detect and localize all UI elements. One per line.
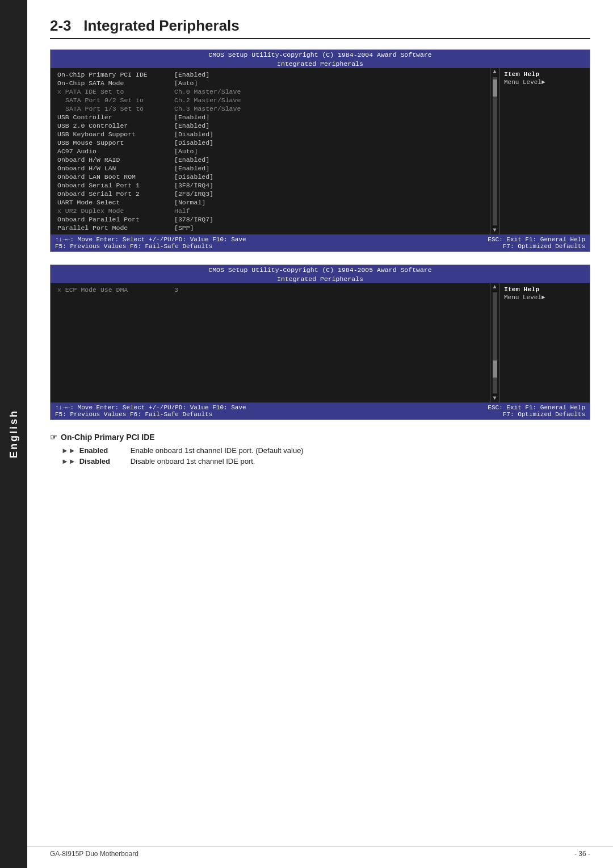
desc-key-enabled: Enabled [79, 446, 131, 455]
cmos-main-2: x ECP Mode Use DMA 3 [51, 283, 490, 402]
table-row[interactable]: USB Keyboard Support [Disabled] [55, 130, 485, 139]
row-value: 3 [174, 286, 485, 293]
cmos-body-2: x ECP Mode Use DMA 3 ▲ ▼ Item Help Menu … [51, 283, 590, 402]
help-panel-1: Item Help Menu Level► [499, 68, 590, 234]
footer-page: - 36 - [574, 850, 590, 858]
row-label: Parallel Port Mode [55, 224, 174, 232]
row-label: USB Mouse Support [55, 139, 174, 146]
row-value: [Normal] [174, 199, 485, 206]
row-label: On-Chip Primary PCI IDE [55, 71, 174, 78]
row-label: SATA Port 0/2 Set to [55, 97, 174, 104]
cmos-subtitle-2: Integrated Peripherals [51, 275, 590, 283]
table-row[interactable]: Onboard LAN Boot ROM [Disabled] [55, 173, 485, 181]
description-section: ☞ On-Chip Primary PCI IDE ►► Enabled Ena… [50, 433, 590, 466]
desc-heading-icon: ☞ [50, 433, 57, 442]
row-value: [Enabled] [174, 114, 485, 121]
table-row[interactable]: USB Mouse Support [Disabled] [55, 139, 485, 147]
table-row[interactable]: On-Chip Primary PCI IDE [Enabled] [55, 70, 485, 79]
desc-arrow-icon-2: ►► [61, 457, 76, 466]
row-value: [378/IRQ7] [174, 216, 485, 223]
row-label: SATA Port 1/3 Set to [55, 105, 174, 112]
scrollbar-1[interactable]: ▲ ▼ [490, 68, 499, 234]
row-value: [Auto] [174, 79, 485, 87]
row-value: [Enabled] [174, 156, 485, 163]
row-label: Onboard LAN Boot ROM [55, 173, 174, 181]
table-row[interactable]: On-Chip SATA Mode [Auto] [55, 79, 485, 87]
row-value: [Disabled] [174, 131, 485, 138]
row-value: Ch.0 Master/Slave [174, 88, 485, 95]
row-value: [Enabled] [174, 165, 485, 172]
footer-right-2: ESC: Exit F1: General Help F7: Optimized… [488, 404, 585, 418]
scroll-down-arrow[interactable]: ▼ [493, 227, 496, 234]
cmos-footer-1: ↑↓→←: Move Enter: Select +/-/PU/PD: Valu… [51, 234, 590, 251]
sidebar-label: English [8, 409, 20, 458]
row-value: Ch.2 Master/Slave [174, 97, 485, 104]
row-value: [2F8/IRQ3] [174, 190, 485, 198]
table-row[interactable]: Onboard Serial Port 1 [3F8/IRQ4] [55, 181, 485, 190]
row-value: [Enabled] [174, 71, 485, 78]
table-row: SATA Port 0/2 Set to Ch.2 Master/Slave [55, 96, 485, 104]
row-label: On-Chip SATA Mode [55, 79, 174, 87]
footer-left-1: ↑↓→←: Move Enter: Select +/-/PU/PD: Valu… [55, 236, 246, 250]
row-value: [Disabled] [174, 173, 485, 181]
table-row[interactable]: AC97 Audio [Auto] [55, 147, 485, 156]
table-row[interactable]: Onboard Serial Port 2 [2F8/IRQ3] [55, 190, 485, 198]
table-row: x UR2 Duplex Mode Half [55, 207, 485, 215]
desc-value-disabled: Disable onboard 1st channel IDE port. [131, 457, 255, 466]
table-row[interactable]: USB 2.0 Controller [Enabled] [55, 121, 485, 130]
footer-right-1: ESC: Exit F1: General Help F7: Optimized… [488, 236, 585, 250]
cmos-subtitle-1: Integrated Peripherals [51, 60, 590, 68]
scroll-down-arrow-2[interactable]: ▼ [493, 395, 496, 402]
table-row[interactable]: Onboard H/W LAN [Enabled] [55, 164, 485, 173]
cmos-footer-2: ↑↓→←: Move Enter: Select +/-/PU/PD: Valu… [51, 402, 590, 420]
row-label: Onboard H/W LAN [55, 165, 174, 172]
table-row[interactable]: Onboard H/W RAID [Enabled] [55, 156, 485, 164]
help-item-1: Menu Level► [504, 79, 585, 86]
scrollbar-2[interactable]: ▲ ▼ [490, 283, 499, 402]
cmos-box-2: CMOS Setup Utility-Copyright (C) 1984-20… [50, 265, 590, 420]
section-title: Integrated Peripherals [83, 17, 240, 34]
help-title-2: Item Help [504, 286, 585, 293]
desc-key-disabled: Disabled [79, 457, 131, 466]
row-value: [Enabled] [174, 122, 485, 129]
row-label: Onboard Parallel Port [55, 216, 174, 223]
footer-model: GA-8I915P Duo Motherboard [50, 850, 138, 858]
row-label: AC97 Audio [55, 148, 174, 155]
desc-item-enabled: ►► Enabled Enable onboard 1st channel ID… [50, 446, 590, 455]
desc-heading: ☞ On-Chip Primary PCI IDE [50, 433, 590, 442]
cmos-title-1: CMOS Setup Utility-Copyright (C) 1984-20… [51, 50, 590, 60]
table-row[interactable]: Parallel Port Mode [SPP] [55, 224, 485, 232]
scroll-up-arrow-2[interactable]: ▲ [493, 283, 496, 291]
help-item-2: Menu Level► [504, 294, 585, 301]
row-value: [Disabled] [174, 139, 485, 146]
desc-item-disabled: ►► Disabled Disable onboard 1st channel … [50, 457, 590, 466]
desc-value-enabled: Enable onboard 1st channel IDE port. (De… [131, 446, 304, 455]
desc-heading-text: On-Chip Primary PCI IDE [61, 433, 155, 442]
table-row: x ECP Mode Use DMA 3 [55, 286, 485, 294]
row-label: USB 2.0 Controller [55, 122, 174, 129]
table-row: x PATA IDE Set to Ch.0 Master/Slave [55, 87, 485, 96]
row-label: x ECP Mode Use DMA [55, 286, 174, 293]
footer-left-2: ↑↓→←: Move Enter: Select +/-/PU/PD: Valu… [55, 404, 246, 418]
cmos-box-1: CMOS Setup Utility-Copyright (C) 1984-20… [50, 49, 590, 252]
page-footer: GA-8I915P Duo Motherboard - 36 - [27, 846, 613, 858]
row-value: Half [174, 207, 485, 215]
cmos-body-1: On-Chip Primary PCI IDE [Enabled] On-Chi… [51, 68, 590, 234]
table-row: SATA Port 1/3 Set to Ch.3 Master/Slave [55, 104, 485, 113]
section-number: 2-3 [50, 17, 72, 34]
sidebar: English [0, 0, 27, 868]
scroll-up-arrow[interactable]: ▲ [493, 68, 496, 76]
table-row[interactable]: Onboard Parallel Port [378/IRQ7] [55, 215, 485, 224]
scroll-thumb-2 [493, 360, 497, 378]
row-label: x UR2 Duplex Mode [55, 207, 174, 215]
table-row[interactable]: USB Controller [Enabled] [55, 113, 485, 121]
row-value: [3F8/IRQ4] [174, 182, 485, 189]
row-label: Onboard Serial Port 2 [55, 190, 174, 198]
help-panel-2: Item Help Menu Level► [499, 283, 590, 402]
cmos-main-1: On-Chip Primary PCI IDE [Enabled] On-Chi… [51, 68, 490, 234]
cmos-title-2: CMOS Setup Utility-Copyright (C) 1984-20… [51, 265, 590, 275]
row-label: USB Keyboard Support [55, 131, 174, 138]
row-value: [Auto] [174, 148, 485, 155]
table-row[interactable]: UART Mode Select [Normal] [55, 198, 485, 207]
row-label: Onboard H/W RAID [55, 156, 174, 163]
